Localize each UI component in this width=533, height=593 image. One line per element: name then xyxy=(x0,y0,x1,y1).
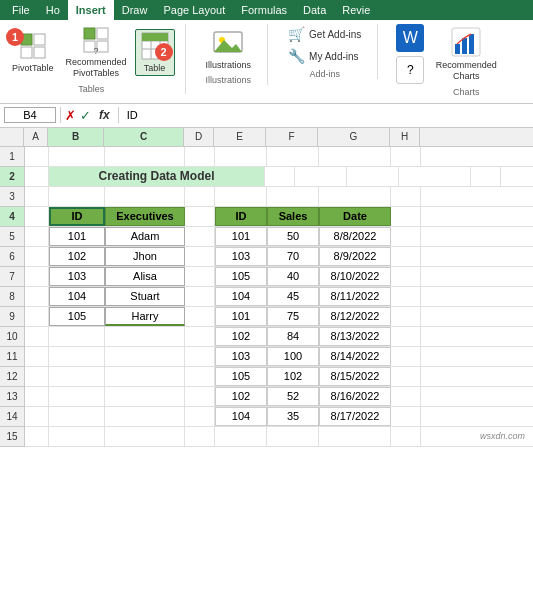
cell-G8[interactable]: 8/11/2022 xyxy=(319,287,391,306)
cell-C3[interactable] xyxy=(105,187,185,206)
cell-G13[interactable]: 8/16/2022 xyxy=(319,387,391,406)
formula-cancel-icon[interactable]: ✗ xyxy=(65,108,76,123)
cell-F4-header[interactable]: Sales xyxy=(267,207,319,226)
cell-H5[interactable] xyxy=(391,227,421,246)
cell-B6[interactable]: 102 xyxy=(49,247,105,266)
cell-E15[interactable] xyxy=(215,427,267,446)
tab-formulas[interactable]: Formulas xyxy=(233,0,295,20)
cell-C1[interactable] xyxy=(105,147,185,166)
cell-B5[interactable]: 101 xyxy=(49,227,105,246)
cell-D8[interactable] xyxy=(185,287,215,306)
col-header-D[interactable]: D xyxy=(184,128,214,146)
cell-F10[interactable]: 84 xyxy=(267,327,319,346)
cell-G6[interactable]: 8/9/2022 xyxy=(319,247,391,266)
cell-D10[interactable] xyxy=(185,327,215,346)
cell-D11[interactable] xyxy=(185,347,215,366)
cell-B12[interactable] xyxy=(49,367,105,386)
cell-D2[interactable] xyxy=(265,167,295,186)
cell-H7[interactable] xyxy=(391,267,421,286)
cell-B4-header[interactable]: ID xyxy=(49,207,105,226)
col-header-G[interactable]: G xyxy=(318,128,390,146)
cell-C9[interactable]: Harry xyxy=(105,307,185,326)
cell-G1[interactable] xyxy=(319,147,391,166)
cell-E7[interactable]: 105 xyxy=(215,267,267,286)
cell-F3[interactable] xyxy=(267,187,319,206)
cell-reference-box[interactable] xyxy=(4,107,56,123)
cell-A12[interactable] xyxy=(25,367,49,386)
cell-C8[interactable]: Stuart xyxy=(105,287,185,306)
cell-F14[interactable]: 35 xyxy=(267,407,319,426)
get-addins-button[interactable]: 🛒 Get Add-ins xyxy=(282,24,367,44)
cell-H3[interactable] xyxy=(391,187,421,206)
cell-C11[interactable] xyxy=(105,347,185,366)
cell-H11[interactable] xyxy=(391,347,421,366)
recommended-pivot-button[interactable]: ? RecommendedPivotTables xyxy=(62,24,131,81)
tab-data[interactable]: Data xyxy=(295,0,334,20)
cell-G3[interactable] xyxy=(319,187,391,206)
cell-B9[interactable]: 105 xyxy=(49,307,105,326)
cell-D14[interactable] xyxy=(185,407,215,426)
cell-D5[interactable] xyxy=(185,227,215,246)
col-header-F[interactable]: F xyxy=(266,128,318,146)
tab-insert[interactable]: Insert xyxy=(68,0,114,20)
tab-review[interactable]: Revie xyxy=(334,0,378,20)
formula-confirm-icon[interactable]: ✓ xyxy=(80,108,91,123)
cell-H2[interactable] xyxy=(471,167,501,186)
col-header-H[interactable]: H xyxy=(390,128,420,146)
cell-C5[interactable]: Adam xyxy=(105,227,185,246)
cell-C7[interactable]: Alisa xyxy=(105,267,185,286)
tab-home[interactable]: Ho xyxy=(38,0,68,20)
cell-B10[interactable] xyxy=(49,327,105,346)
extra-icon-1[interactable]: W xyxy=(396,24,424,52)
cell-A6[interactable] xyxy=(25,247,49,266)
tab-draw[interactable]: Draw xyxy=(114,0,156,20)
cell-C6[interactable]: Jhon xyxy=(105,247,185,266)
cell-E11[interactable]: 103 xyxy=(215,347,267,366)
cell-D3[interactable] xyxy=(185,187,215,206)
cell-H13[interactable] xyxy=(391,387,421,406)
cell-A1[interactable] xyxy=(25,147,49,166)
recommended-charts-button[interactable]: Recommended Charts xyxy=(436,24,496,84)
cell-G10[interactable]: 8/13/2022 xyxy=(319,327,391,346)
cell-E10[interactable]: 102 xyxy=(215,327,267,346)
cell-G2[interactable] xyxy=(399,167,471,186)
cell-F12[interactable]: 102 xyxy=(267,367,319,386)
cell-E13[interactable]: 102 xyxy=(215,387,267,406)
cell-A11[interactable] xyxy=(25,347,49,366)
cell-E2[interactable] xyxy=(295,167,347,186)
cell-C4-header[interactable]: Executives xyxy=(105,207,185,226)
cell-C13[interactable] xyxy=(105,387,185,406)
cell-G12[interactable]: 8/15/2022 xyxy=(319,367,391,386)
tab-page-layout[interactable]: Page Layout xyxy=(155,0,233,20)
col-header-C[interactable]: C xyxy=(104,128,184,146)
cell-H4[interactable] xyxy=(391,207,421,226)
cell-D12[interactable] xyxy=(185,367,215,386)
cell-H12[interactable] xyxy=(391,367,421,386)
cell-A15[interactable] xyxy=(25,427,49,446)
cell-H1[interactable] xyxy=(391,147,421,166)
cell-D7[interactable] xyxy=(185,267,215,286)
cell-E8[interactable]: 104 xyxy=(215,287,267,306)
cell-B13[interactable] xyxy=(49,387,105,406)
cell-D1[interactable] xyxy=(185,147,215,166)
cell-B14[interactable] xyxy=(49,407,105,426)
cell-B7[interactable]: 103 xyxy=(49,267,105,286)
cell-B8[interactable]: 104 xyxy=(49,287,105,306)
cell-H9[interactable] xyxy=(391,307,421,326)
formula-input[interactable] xyxy=(123,109,529,121)
cell-E14[interactable]: 104 xyxy=(215,407,267,426)
cell-D15[interactable] xyxy=(185,427,215,446)
cell-F6[interactable]: 70 xyxy=(267,247,319,266)
cell-D4[interactable] xyxy=(185,207,215,226)
cell-H10[interactable] xyxy=(391,327,421,346)
cell-C14[interactable] xyxy=(105,407,185,426)
cell-A5[interactable] xyxy=(25,227,49,246)
cell-B2-title[interactable]: Creating Data Model xyxy=(49,167,265,186)
cell-A4[interactable] xyxy=(25,207,49,226)
cell-A7[interactable] xyxy=(25,267,49,286)
cell-F11[interactable]: 100 xyxy=(267,347,319,366)
cell-H8[interactable] xyxy=(391,287,421,306)
cell-E6[interactable]: 103 xyxy=(215,247,267,266)
cell-H15[interactable] xyxy=(391,427,421,446)
cell-A9[interactable] xyxy=(25,307,49,326)
